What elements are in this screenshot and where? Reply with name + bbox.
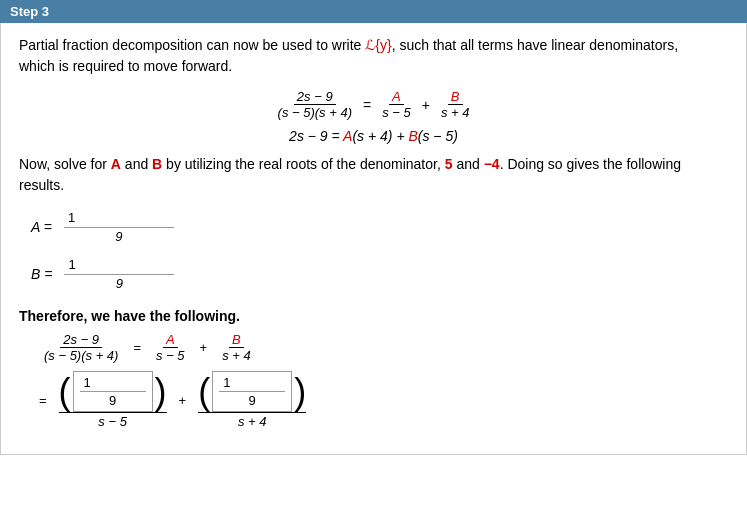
solve-B: B: [152, 156, 162, 172]
solve-text1: Now, solve for: [19, 156, 111, 172]
pf1-num: 1: [80, 374, 146, 391]
intro-text3: which is required to move forward.: [19, 58, 232, 74]
bottom-main-num: 2s − 9: [60, 332, 102, 348]
eq2-static: 2s − 9 = A(s + 4) + B(s − 5): [289, 128, 458, 144]
plus-sign-1: +: [422, 97, 430, 113]
B-fraction: 1 9: [64, 255, 174, 292]
bottom-eq-sign-2: =: [39, 393, 47, 408]
left-paren-1: (: [59, 374, 71, 410]
left-paren-2: (: [198, 374, 210, 410]
result-frac-1-top: ( 1 9 ): [59, 371, 167, 412]
B-input-num[interactable]: 1: [64, 255, 174, 275]
B-row: B = 1 9: [31, 255, 728, 292]
frac-A: A s − 5: [379, 89, 414, 120]
intro-paragraph: Partial fraction decomposition can now b…: [19, 35, 728, 77]
A-fraction: 1 9: [64, 208, 174, 245]
frac-B-denom: s + 4: [438, 105, 473, 120]
bottom-eq-row1: 2s − 9 (s − 5)(s + 4) = A s − 5 + B s + …: [39, 332, 728, 363]
frac-B: B s + 4: [438, 89, 473, 120]
paren-frac-1: 1 9: [73, 371, 153, 412]
main-fraction: 2s − 9 (s − 5)(s + 4): [275, 89, 355, 120]
right-paren-2: ): [294, 374, 306, 410]
A-row: A = 1 9: [31, 208, 728, 245]
bottom-main-frac: 2s − 9 (s − 5)(s + 4): [41, 332, 121, 363]
intro-highlight: ℒ{y}: [365, 37, 391, 53]
result-frac-1: ( 1 9 ) s − 5: [59, 371, 167, 430]
B-label: B =: [31, 266, 52, 282]
pf2-denom: 9: [219, 391, 285, 409]
bottom-plus-2: +: [179, 393, 187, 408]
frac-A-denom: s − 5: [379, 105, 414, 120]
therefore-text: Therefore, we have the following.: [19, 308, 240, 324]
right-paren-1: ): [155, 374, 167, 410]
bottom-B-num: B: [229, 332, 244, 348]
result-frac-2-denom: s + 4: [198, 412, 306, 430]
bottom-B-denom: s + 4: [219, 348, 254, 363]
paren-frac-2: 1 9: [212, 371, 292, 412]
pf2-num: 1: [219, 374, 285, 391]
therefore-paragraph: Therefore, we have the following.: [19, 308, 728, 324]
main-frac-num: 2s − 9: [294, 89, 336, 105]
step-label: Step 3: [10, 4, 49, 19]
A-label: A =: [31, 219, 52, 235]
A-denom: 9: [115, 228, 122, 245]
equals-sign-1: =: [363, 97, 371, 113]
bottom-equation: 2s − 9 (s − 5)(s + 4) = A s − 5 + B s + …: [19, 332, 728, 430]
result-frac-2-top: ( 1 9 ): [198, 371, 306, 412]
frac-A-num: A: [389, 89, 404, 105]
equation2-text: 2s − 9 = A(s + 4) + B(s − 5): [289, 128, 458, 144]
solve-text3: and: [453, 156, 484, 172]
intro-text2: , such that all terms have linear denomi…: [392, 37, 678, 53]
A-input-num[interactable]: 1: [64, 208, 174, 228]
equation-row-2: 2s − 9 = A(s + 4) + B(s − 5): [19, 128, 728, 144]
step-header: Step 3: [0, 0, 747, 23]
solve-and: and: [121, 156, 152, 172]
bottom-main-denom: (s − 5)(s + 4): [41, 348, 121, 363]
solve-5: 5: [445, 156, 453, 172]
result-frac-2: ( 1 9 ) s + 4: [198, 371, 306, 430]
intro-text1: Partial fraction decomposition can now b…: [19, 37, 365, 53]
solve-A: A: [111, 156, 121, 172]
solve-paragraph: Now, solve for A and B by utilizing the …: [19, 154, 728, 196]
content-area: Partial fraction decomposition can now b…: [0, 23, 747, 455]
bottom-A-num: A: [163, 332, 178, 348]
bottom-eq-sign: =: [133, 340, 141, 355]
main-frac-denom: (s − 5)(s + 4): [275, 105, 355, 120]
solve-text2: by utilizing the real roots of the denom…: [162, 156, 445, 172]
bottom-A-denom: s − 5: [153, 348, 188, 363]
frac-B-num: B: [448, 89, 463, 105]
bottom-plus-1: +: [200, 340, 208, 355]
pf1-denom: 9: [80, 391, 146, 409]
bottom-frac-A: A s − 5: [153, 332, 188, 363]
bottom-eq-row2: = ( 1 9 ) s − 5 + ( 1: [39, 371, 728, 430]
equation-row-1: 2s − 9 (s − 5)(s + 4) = A s − 5 + B s + …: [19, 89, 728, 120]
result-frac-1-denom: s − 5: [59, 412, 167, 430]
bottom-frac-B: B s + 4: [219, 332, 254, 363]
B-denom: 9: [116, 275, 123, 292]
solve-neg4: −4: [484, 156, 500, 172]
